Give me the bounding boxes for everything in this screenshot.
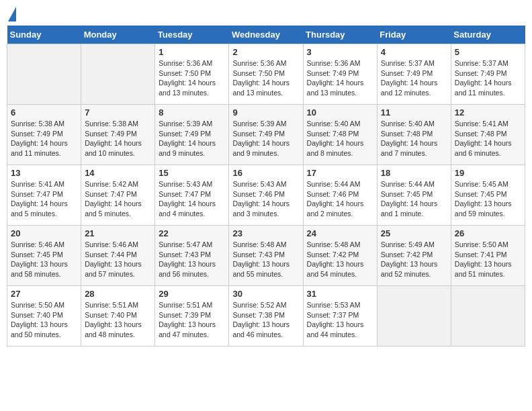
sunset-text: Sunset: 7:47 PM (11, 190, 63, 198)
cell-info: Sunrise: 5:53 AMSunset: 7:37 PMDaylight:… (307, 300, 373, 340)
cell-info: Sunrise: 5:52 AMSunset: 7:38 PMDaylight:… (232, 300, 299, 340)
sunset-text: Sunset: 7:48 PM (455, 130, 507, 138)
sunset-text: Sunset: 7:47 PM (159, 190, 211, 198)
cell-info: Sunrise: 5:50 AMSunset: 7:40 PMDaylight:… (11, 300, 77, 340)
day-number: 5 (455, 47, 521, 57)
day-number: 26 (455, 228, 521, 238)
sunrise-text: Sunrise: 5:40 AM (381, 120, 435, 128)
sunset-text: Sunset: 7:43 PM (159, 250, 211, 259)
cell-info: Sunrise: 5:51 AMSunset: 7:40 PMDaylight:… (85, 300, 151, 340)
calendar-cell (377, 286, 451, 347)
calendar-cell: 8Sunrise: 5:39 AMSunset: 7:49 PMDaylight… (155, 105, 229, 165)
sunrise-text: Sunrise: 5:50 AM (11, 301, 64, 309)
cell-info: Sunrise: 5:37 AMSunset: 7:49 PMDaylight:… (381, 58, 447, 98)
sunrise-text: Sunrise: 5:43 AM (159, 180, 212, 188)
calendar-cell: 20Sunrise: 5:46 AMSunset: 7:45 PMDayligh… (7, 226, 81, 286)
calendar-cell: 9Sunrise: 5:39 AMSunset: 7:49 PMDaylight… (229, 105, 303, 165)
calendar-cell: 28Sunrise: 5:51 AMSunset: 7:40 PMDayligh… (81, 286, 155, 347)
daylight-text: Daylight: 14 hours and 8 minutes. (307, 139, 364, 157)
calendar-cell: 17Sunrise: 5:44 AMSunset: 7:46 PMDayligh… (303, 165, 377, 226)
day-number: 14 (85, 168, 151, 178)
sunset-text: Sunset: 7:49 PM (307, 69, 359, 77)
day-number: 19 (455, 168, 521, 178)
daylight-text: Daylight: 14 hours and 13 minutes. (159, 79, 216, 97)
calendar-cell: 27Sunrise: 5:50 AMSunset: 7:40 PMDayligh… (7, 286, 81, 347)
sunset-text: Sunset: 7:46 PM (307, 190, 359, 198)
daylight-text: Daylight: 14 hours and 2 minutes. (307, 199, 364, 218)
calendar-cell: 23Sunrise: 5:48 AMSunset: 7:43 PMDayligh… (229, 226, 303, 286)
day-number: 2 (232, 47, 299, 57)
sunset-text: Sunset: 7:39 PM (159, 311, 211, 319)
daylight-text: Daylight: 13 hours and 55 minutes. (232, 260, 290, 278)
daylight-text: Daylight: 13 hours and 51 minutes. (455, 260, 512, 278)
calendar-header-row: SundayMondayTuesdayWednesdayThursdayFrid… (7, 26, 525, 44)
sunrise-text: Sunrise: 5:37 AM (455, 59, 508, 67)
daylight-text: Daylight: 14 hours and 5 minutes. (85, 199, 142, 218)
daylight-text: Daylight: 13 hours and 50 minutes. (11, 320, 68, 338)
sunset-text: Sunset: 7:37 PM (307, 311, 359, 319)
daylight-text: Daylight: 14 hours and 5 minutes. (11, 199, 68, 218)
sunrise-text: Sunrise: 5:51 AM (159, 301, 212, 309)
sunrise-text: Sunrise: 5:46 AM (85, 240, 138, 248)
calendar-cell: 7Sunrise: 5:38 AMSunset: 7:49 PMDaylight… (81, 105, 155, 165)
daylight-text: Daylight: 14 hours and 1 minute. (381, 199, 438, 218)
daylight-text: Daylight: 13 hours and 58 minutes. (11, 260, 68, 278)
calendar-cell: 6Sunrise: 5:38 AMSunset: 7:49 PMDaylight… (7, 105, 81, 165)
sunset-text: Sunset: 7:49 PM (381, 69, 433, 77)
sunset-text: Sunset: 7:38 PM (232, 311, 285, 319)
calendar-cell: 29Sunrise: 5:51 AMSunset: 7:39 PMDayligh… (155, 286, 229, 347)
daylight-text: Daylight: 13 hours and 56 minutes. (159, 260, 216, 278)
sunset-text: Sunset: 7:40 PM (11, 311, 63, 319)
calendar-week-2: 6Sunrise: 5:38 AMSunset: 7:49 PMDaylight… (7, 105, 525, 165)
day-number: 1 (159, 47, 225, 57)
sunset-text: Sunset: 7:40 PM (85, 311, 137, 319)
daylight-text: Daylight: 14 hours and 3 minutes. (232, 199, 290, 218)
day-number: 13 (11, 168, 77, 178)
sunrise-text: Sunrise: 5:36 AM (307, 59, 361, 67)
calendar-cell (7, 44, 81, 105)
sunset-text: Sunset: 7:49 PM (455, 69, 507, 77)
day-number: 12 (455, 107, 521, 118)
cell-info: Sunrise: 5:37 AMSunset: 7:49 PMDaylight:… (455, 58, 521, 98)
day-number: 25 (381, 228, 447, 238)
cell-info: Sunrise: 5:40 AMSunset: 7:48 PMDaylight:… (307, 119, 373, 158)
sunrise-text: Sunrise: 5:41 AM (11, 180, 64, 188)
calendar-cell: 19Sunrise: 5:45 AMSunset: 7:45 PMDayligh… (451, 165, 525, 226)
sunset-text: Sunset: 7:48 PM (381, 130, 433, 138)
sunset-text: Sunset: 7:49 PM (85, 130, 137, 138)
daylight-text: Daylight: 14 hours and 7 minutes. (381, 139, 438, 157)
day-number: 30 (232, 289, 299, 299)
cell-info: Sunrise: 5:48 AMSunset: 7:43 PMDaylight:… (232, 240, 299, 279)
col-header-friday: Friday (377, 26, 451, 44)
day-number: 23 (232, 228, 299, 238)
daylight-text: Daylight: 13 hours and 48 minutes. (85, 320, 142, 338)
sunrise-text: Sunrise: 5:40 AM (307, 120, 361, 128)
cell-info: Sunrise: 5:44 AMSunset: 7:45 PMDaylight:… (381, 179, 447, 219)
sunrise-text: Sunrise: 5:44 AM (381, 180, 435, 188)
sunrise-text: Sunrise: 5:49 AM (381, 240, 435, 248)
col-header-wednesday: Wednesday (229, 26, 303, 44)
calendar-cell: 31Sunrise: 5:53 AMSunset: 7:37 PMDayligh… (303, 286, 377, 347)
cell-info: Sunrise: 5:46 AMSunset: 7:44 PMDaylight:… (85, 240, 151, 279)
sunrise-text: Sunrise: 5:39 AM (232, 120, 286, 128)
daylight-text: Daylight: 14 hours and 11 minutes. (11, 139, 68, 157)
day-number: 8 (159, 107, 225, 118)
day-number: 31 (307, 289, 373, 299)
sunrise-text: Sunrise: 5:46 AM (11, 240, 64, 248)
calendar-cell: 15Sunrise: 5:43 AMSunset: 7:47 PMDayligh… (155, 165, 229, 226)
sunrise-text: Sunrise: 5:47 AM (159, 240, 212, 248)
daylight-text: Daylight: 13 hours and 54 minutes. (307, 260, 364, 278)
sunrise-text: Sunrise: 5:39 AM (159, 120, 212, 128)
sunrise-text: Sunrise: 5:51 AM (85, 301, 138, 309)
cell-info: Sunrise: 5:36 AMSunset: 7:49 PMDaylight:… (307, 58, 373, 98)
sunset-text: Sunset: 7:47 PM (85, 190, 137, 198)
cell-info: Sunrise: 5:43 AMSunset: 7:47 PMDaylight:… (159, 179, 225, 219)
sunset-text: Sunset: 7:44 PM (85, 250, 137, 259)
cell-info: Sunrise: 5:42 AMSunset: 7:47 PMDaylight:… (85, 179, 151, 219)
calendar-cell: 2Sunrise: 5:36 AMSunset: 7:50 PMDaylight… (229, 44, 303, 105)
cell-info: Sunrise: 5:36 AMSunset: 7:50 PMDaylight:… (159, 58, 225, 98)
cell-info: Sunrise: 5:38 AMSunset: 7:49 PMDaylight:… (85, 119, 151, 158)
col-header-saturday: Saturday (451, 26, 525, 44)
calendar-cell: 16Sunrise: 5:43 AMSunset: 7:46 PMDayligh… (229, 165, 303, 226)
daylight-text: Daylight: 14 hours and 11 minutes. (455, 79, 512, 97)
